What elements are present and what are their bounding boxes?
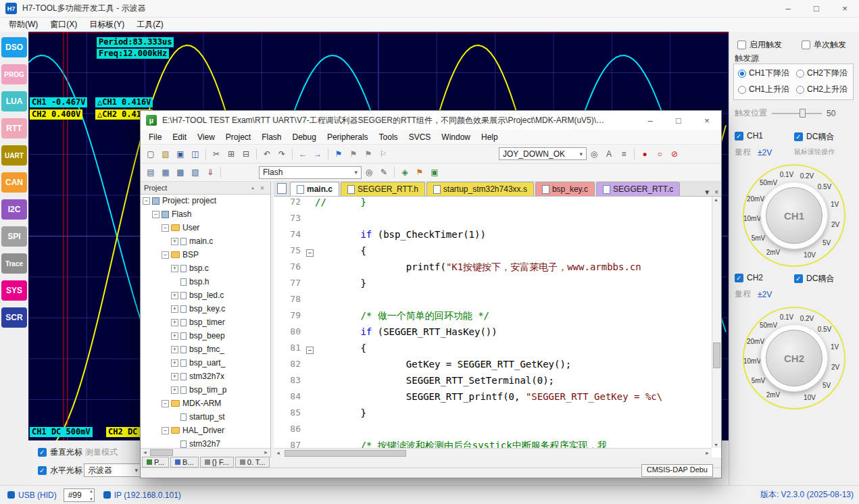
tree-item-mdk-arm[interactable]: −MDK-ARM — [141, 397, 270, 410]
tree-item-bsp-c[interactable]: +bsp.c — [141, 261, 270, 275]
batch-build-icon[interactable]: ▧ — [189, 166, 202, 179]
tree-item-bsp-led-c[interactable]: +bsp_led.c — [141, 288, 270, 302]
tree-item-hal-driver[interactable]: −HAL_Driver — [141, 424, 270, 437]
scrollbar-thumb[interactable] — [285, 450, 406, 457]
bottom-tab-b[interactable]: B... — [170, 457, 199, 468]
paste-icon[interactable]: ⊟ — [239, 147, 253, 160]
editor-vscrollbar[interactable] — [712, 197, 721, 448]
tree-item-bsp-key-c[interactable]: +bsp_key.c — [141, 302, 270, 316]
keil-menu-help[interactable]: Help — [476, 130, 504, 145]
app-menu-w[interactable]: 帮助(W) — [3, 18, 44, 32]
enable-disable-breakpoint-icon[interactable]: ○ — [653, 147, 666, 160]
keil-menu-flash[interactable]: Flash — [256, 130, 287, 145]
insert-breakpoint-icon[interactable]: ● — [638, 147, 652, 160]
keil-menu-debug[interactable]: Debug — [287, 130, 322, 145]
tree-item-flash[interactable]: −Flash — [141, 207, 270, 221]
ch2-enable-toggle[interactable]: CH2 — [735, 273, 763, 282]
editor-hscrollbar[interactable]: ◄ ► — [274, 448, 712, 457]
keil-menu-edit[interactable]: Edit — [167, 130, 192, 145]
scrollbar-thumb[interactable] — [713, 343, 720, 368]
configure-target-icon[interactable]: ✎ — [377, 166, 391, 179]
single-trigger-checkbox[interactable] — [802, 41, 810, 49]
fold-marker-icon[interactable]: − — [306, 347, 314, 354]
enable-trigger-checkbox[interactable] — [737, 41, 746, 49]
tree-expander-icon[interactable]: + — [171, 265, 178, 272]
tree-expander-icon[interactable]: + — [171, 305, 178, 313]
kill-all-breakpoints-icon[interactable]: ⊘ — [668, 147, 681, 160]
bookmark-toggle-icon[interactable]: ⚑ — [332, 147, 345, 160]
tree-expander-icon[interactable]: + — [171, 373, 178, 380]
tree-expander-icon[interactable]: − — [152, 211, 159, 218]
tree-expander-icon[interactable]: − — [162, 251, 169, 259]
editor-tab-segger-rtt-c[interactable]: SEGGER_RTT.c — [596, 182, 680, 196]
bookmark-clear-all-icon[interactable]: ⚐ — [376, 147, 390, 160]
find-text-combo[interactable]: JOY_DOWN_OK — [499, 147, 587, 160]
vertical-cursor-checkbox[interactable] — [38, 448, 47, 457]
tree-item-bsp-fmc[interactable]: +bsp_fmc_ — [141, 343, 270, 356]
radio-icon[interactable] — [796, 70, 804, 78]
tree-item-stm32h7x[interactable]: +stm32h7x — [141, 370, 270, 383]
panel-close-icon[interactable]: × — [257, 184, 267, 192]
bottom-tab-p[interactable]: P... — [142, 457, 169, 468]
keil-close-button[interactable]: × — [693, 112, 721, 129]
fold-marker-icon[interactable]: − — [306, 249, 314, 257]
bottom-tab-0-t[interactable]: 0. T... — [235, 457, 270, 468]
app-menu-y[interactable]: 目标板(Y) — [83, 18, 130, 32]
ch1-dc-coupling-checkbox[interactable] — [794, 132, 803, 141]
tab-overflow-icon[interactable]: ▼ — [704, 188, 710, 196]
incremental-find-icon[interactable]: ≡ — [617, 147, 631, 160]
keil-menu-tools[interactable]: Tools — [374, 130, 403, 145]
horizontal-cursor-toggle[interactable]: 水平光标 — [38, 465, 82, 476]
tree-item-user[interactable]: −User — [141, 221, 270, 234]
close-button[interactable]: × — [831, 0, 859, 17]
tree-item-bsp-timer[interactable]: +bsp_timer — [141, 316, 270, 329]
app-menu-x[interactable]: 窗口(X) — [44, 18, 83, 32]
horizontal-cursor-checkbox[interactable] — [38, 466, 47, 475]
trigger-option-ch1[interactable]: CH1上升沿 — [738, 84, 789, 95]
usb-status-label[interactable]: USB (HID) — [18, 490, 57, 500]
new-file-icon[interactable]: ▢ — [144, 147, 157, 160]
editor-tab-main-c[interactable]: main.c — [290, 182, 339, 196]
ch1-checkbox[interactable] — [735, 132, 743, 141]
ch1-enable-toggle[interactable]: CH1 — [735, 131, 763, 141]
ch1-coupling-toggle[interactable]: DC耦合 — [794, 131, 834, 143]
device-number-stepper[interactable]: #99 — [64, 488, 95, 502]
tree-item-bsp-h[interactable]: bsp.h — [141, 275, 270, 288]
editor-tab-segger-rtt-h[interactable]: SEGGER_RTT.h — [341, 182, 425, 196]
tree-item-project-project[interactable]: −Project: project — [141, 194, 270, 207]
ip-status-label[interactable]: IP (192.168.0.101) — [114, 490, 181, 500]
keil-menu-window[interactable]: Window — [436, 130, 476, 145]
tree-item-bsp-uart[interactable]: +bsp_uart_ — [141, 356, 270, 370]
pin-icon[interactable]: ▪ — [248, 184, 257, 192]
single-trigger-toggle[interactable]: 单次触发 — [802, 39, 846, 51]
find-icon[interactable]: A — [602, 147, 616, 160]
save-all-icon[interactable]: ◫ — [189, 147, 202, 160]
manage-run-time-environment-icon[interactable]: ◈ — [398, 166, 412, 179]
keil-titlebar[interactable]: µ E:\H7-TOOL TEST Exam\RTT UART\V7-工程调试利… — [141, 111, 721, 130]
project-targets-flag-icon[interactable]: ⚑ — [413, 166, 426, 179]
sidebar-button-spi[interactable]: SPI — [1, 226, 27, 247]
ch1-gain-knob[interactable]: 2mV5mV10mV20mV50mV0.1V0.2V0.5V1V2V5V10V … — [740, 161, 848, 270]
tree-expander-icon[interactable]: + — [171, 238, 178, 245]
ch2-checkbox[interactable] — [735, 274, 743, 282]
keil-minimize-button[interactable]: – — [636, 112, 664, 129]
sidebar-button-prog[interactable]: PROG — [1, 64, 27, 84]
tab-close-icon[interactable]: × — [714, 188, 718, 196]
tree-expander-icon[interactable]: − — [162, 427, 169, 434]
trigger-option-ch2[interactable]: CH2上升沿 — [796, 84, 848, 95]
vertical-cursor-toggle[interactable]: 垂直光标 — [38, 447, 82, 458]
scrollbar-thumb[interactable] — [150, 449, 173, 456]
sidebar-button-dso[interactable]: DSO — [1, 37, 27, 57]
tree-expander-icon[interactable]: + — [171, 292, 178, 299]
keil-menu-project[interactable]: Project — [220, 130, 256, 145]
rebuild-all-icon[interactable]: ▩ — [174, 166, 187, 179]
sidebar-button-lua[interactable]: LUA — [1, 91, 27, 111]
scroll-left-icon[interactable]: ◄ — [274, 449, 283, 457]
keil-menu-svcs[interactable]: SVCS — [403, 130, 437, 145]
tree-expander-icon[interactable]: − — [143, 197, 150, 205]
find-in-files-icon[interactable]: ◎ — [587, 147, 601, 160]
radio-icon[interactable] — [738, 86, 746, 94]
app-menu-z[interactable]: 工具(Z) — [130, 18, 169, 32]
ch2-dc-coupling-checkbox[interactable] — [794, 274, 803, 283]
sidebar-button-trace[interactable]: Trace — [1, 253, 27, 274]
